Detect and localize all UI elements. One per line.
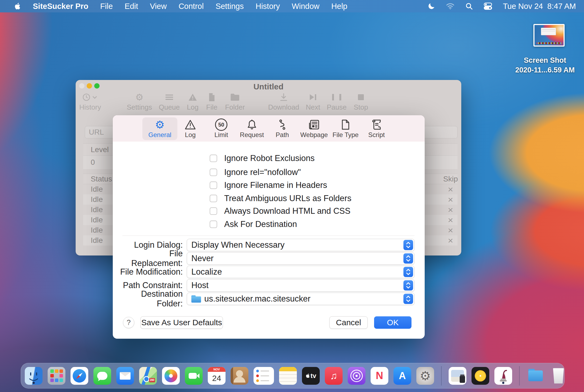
running-indicator <box>502 382 504 384</box>
save-as-user-defaults-button[interactable]: Save As User Defaults <box>140 316 223 329</box>
select-row: File Modification: Localize <box>117 266 414 278</box>
window-toolbar: History ⚙ Settings Queue Log File Fold <box>76 92 461 115</box>
dock-contacts-icon[interactable] <box>231 367 248 385</box>
wifi-icon[interactable] <box>446 3 455 10</box>
newspaper-icon <box>308 119 320 131</box>
dock-sitesucker-icon[interactable] <box>494 367 512 385</box>
dock-trash-icon[interactable] <box>550 367 567 385</box>
dock-facetime-icon[interactable] <box>185 367 203 385</box>
dock-podcasts-icon[interactable] <box>348 367 365 385</box>
stepper-icon <box>403 267 413 277</box>
toolbar-download-button[interactable]: Download <box>268 92 300 111</box>
dock-downloads-folder-icon[interactable] <box>527 367 544 385</box>
toolbar-settings-button[interactable]: ⚙ Settings <box>123 92 156 111</box>
tab-filetype[interactable]: File Type <box>328 117 363 140</box>
toolbar-history-button[interactable]: History <box>74 92 106 111</box>
dock-safari-icon[interactable] <box>71 367 88 385</box>
checkbox-row[interactable]: Ignore Filename in Headers <box>210 180 327 191</box>
select-row: Destination Folder: us.sitesucker.mac.si… <box>117 293 414 305</box>
checkbox-always-download-html-css[interactable] <box>210 207 217 215</box>
dock-music-icon[interactable]: ♫ <box>325 367 343 385</box>
menu-file[interactable]: File <box>100 2 113 11</box>
dock-djay-app-icon[interactable] <box>472 367 489 385</box>
menu-window[interactable]: Window <box>292 2 319 11</box>
dock-appstore-icon[interactable]: A <box>393 367 411 385</box>
destination-folder-select[interactable]: us.sitesucker.mac.sitesucker <box>187 293 414 305</box>
dock-photos-icon[interactable] <box>162 367 180 385</box>
skip-x-button[interactable]: × <box>436 184 465 194</box>
section-divider <box>122 236 414 236</box>
path-constraint-value: Host <box>191 281 209 290</box>
help-question-icon: ? <box>126 318 131 327</box>
checkbox-row[interactable]: Treat Ambiguous URLs as Folders <box>210 193 351 204</box>
control-center-icon[interactable] <box>484 2 492 10</box>
skip-x-button[interactable]: × <box>436 225 465 235</box>
file-modification-select[interactable]: Localize <box>187 266 414 278</box>
skip-x-button[interactable]: × <box>436 194 465 205</box>
login-dialog-select[interactable]: Display When Necessary <box>187 239 414 251</box>
desktop-screenshot-file[interactable] <box>533 24 565 47</box>
file-replacement-select[interactable]: Never <box>187 252 414 265</box>
apple-menu-icon[interactable] <box>14 2 21 10</box>
toolbar-stop-button[interactable]: Stop <box>345 92 377 111</box>
file-replacement-label: File Replacement: <box>117 249 183 268</box>
dock-appletv-icon[interactable]: tv <box>302 367 320 385</box>
dock-messages-icon[interactable] <box>93 367 111 385</box>
dock-notes-icon[interactable] <box>279 367 297 385</box>
dock-launchpad-icon[interactable] <box>48 367 65 385</box>
dock-maps-icon[interactable]: 280 <box>139 367 157 385</box>
menu-help[interactable]: Help <box>331 2 347 11</box>
menu-history[interactable]: History <box>256 2 280 11</box>
tab-log[interactable]: Log <box>173 117 208 140</box>
search-icon[interactable] <box>465 2 473 10</box>
tab-webpage[interactable]: Webpage <box>297 117 332 140</box>
checkbox-ignore-rel-nofollow[interactable] <box>210 169 217 176</box>
dock-calendar-icon[interactable]: NOV 24 <box>208 367 226 385</box>
toolbar-folder-button[interactable]: Folder <box>219 92 251 111</box>
menu-view[interactable]: View <box>150 2 167 11</box>
tab-request[interactable]: Request <box>234 117 269 140</box>
skip-x-button[interactable]: × <box>436 235 465 246</box>
tab-general[interactable]: ⚙ General <box>142 117 177 140</box>
ok-button[interactable]: OK <box>374 316 411 329</box>
dock-news-icon[interactable]: N <box>371 367 388 385</box>
dock-mail-icon[interactable] <box>116 367 134 385</box>
skip-x-button[interactable]: × <box>436 215 465 225</box>
login-dialog-label: Login Dialog: <box>117 240 183 250</box>
help-button[interactable]: ? <box>123 317 134 328</box>
screenshot-file-label[interactable]: Screen Shot 2020-11...6.59 AM <box>506 55 584 75</box>
stepper-icon <box>403 253 413 264</box>
menu-edit[interactable]: Edit <box>125 2 138 11</box>
dock-system-preferences-icon[interactable]: ⚙ <box>416 367 434 385</box>
menu-bar-app-name[interactable]: SiteSucker Pro <box>33 2 88 11</box>
moon-icon[interactable] <box>428 2 435 10</box>
checkbox-label: Ignore Filename in Headers <box>224 180 327 190</box>
settings-tabbar: ⚙ General Log 50 Limit Request Path <box>113 115 425 142</box>
checkbox-treat-ambiguous-urls[interactable] <box>210 195 217 202</box>
checkbox-ignore-filename-headers[interactable] <box>210 181 217 189</box>
warning-triangle-icon <box>185 119 196 131</box>
skip-x-button[interactable]: × <box>436 205 465 215</box>
path-constraint-select[interactable]: Host <box>187 279 414 292</box>
menu-bar-clock[interactable]: Tue Nov 24 8:47 AM <box>503 2 576 11</box>
dock-finder-icon[interactable] <box>25 367 43 385</box>
checkbox-row[interactable]: Ignore Robot Exclusions <box>210 153 315 164</box>
history-clock-icon <box>74 92 106 102</box>
tab-limit[interactable]: 50 Limit <box>204 117 239 140</box>
dock-reminders-icon[interactable] <box>254 367 274 385</box>
checkbox-ask-for-destination[interactable] <box>210 220 217 228</box>
tab-script[interactable]: Script <box>359 117 394 140</box>
checkbox-row[interactable]: Ignore rel="nofollow" <box>210 167 301 178</box>
menu-settings[interactable]: Settings <box>216 2 244 11</box>
tab-path[interactable]: Path <box>265 117 300 140</box>
dock-utility-app-icon[interactable] <box>449 367 466 385</box>
bell-icon <box>247 119 257 131</box>
cancel-button[interactable]: Cancel <box>329 316 368 329</box>
checkbox-ignore-robot-exclusions[interactable] <box>210 155 217 162</box>
checkbox-row[interactable]: Always Download HTML and CSS <box>210 206 350 216</box>
checkbox-row[interactable]: Ask For Destination <box>210 219 297 230</box>
window-titlebar[interactable]: Untitled <box>76 80 461 92</box>
screenshot-thumbnail <box>534 25 564 46</box>
menu-control[interactable]: Control <box>178 2 204 11</box>
dock: 280 NOV 24 tv ♫ N A ⚙ <box>21 363 565 388</box>
